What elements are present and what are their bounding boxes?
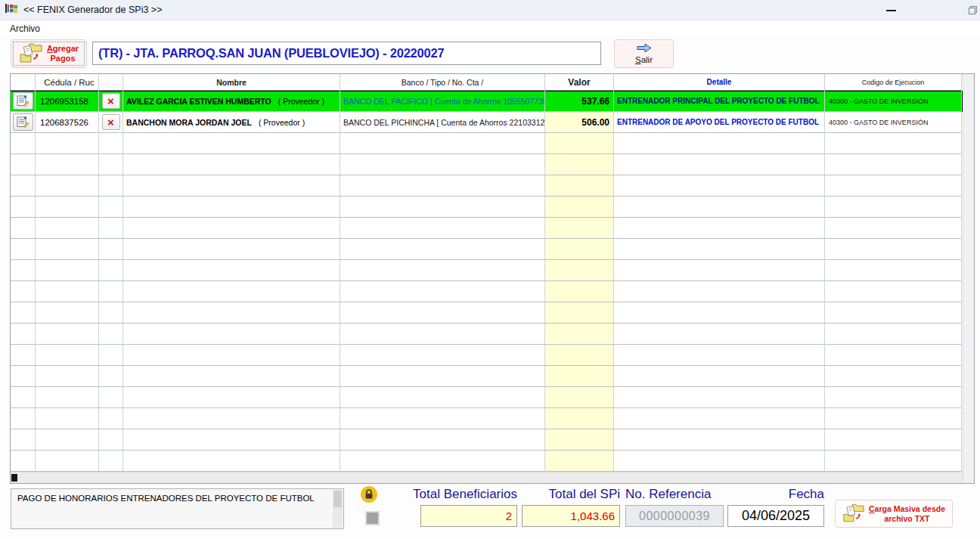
cell-valor — [545, 324, 614, 345]
fecha-field[interactable]: 04/06/2025 — [727, 505, 824, 527]
cell-edit — [11, 281, 36, 302]
salir-button[interactable]: Salir — [614, 39, 674, 68]
cell-valor — [545, 175, 614, 197]
total-beneficiarios-field: 2 — [420, 505, 517, 527]
cell-detalle — [614, 197, 825, 218]
observaciones-scroll-thumb[interactable] — [333, 491, 342, 507]
table-row — [11, 133, 963, 154]
cell-valor — [545, 260, 614, 281]
carga-line1: Carga Masiva desde — [869, 504, 945, 514]
total-beneficiarios-label: Total Beneficiarios — [378, 487, 517, 502]
cell-delete — [99, 133, 123, 154]
gray-square-button[interactable] — [365, 511, 380, 525]
agregar-pagos-button[interactable]: Agregar Pagos — [11, 39, 87, 68]
cell-delete — [99, 345, 123, 366]
cell-banco — [340, 197, 545, 218]
cell-valor — [545, 133, 614, 154]
cell-cedula: 1206837526 — [36, 112, 99, 133]
cell-cedula — [36, 366, 99, 387]
cell-valor — [545, 387, 614, 408]
cell-edit — [11, 260, 36, 281]
table-row — [11, 175, 963, 197]
delete-row-button[interactable]: × — [102, 93, 120, 109]
table-row — [11, 302, 963, 324]
carga-masiva-label: Carga Masiva desde archivo TXT — [869, 504, 945, 523]
delete-row-button[interactable]: × — [102, 114, 120, 130]
table-row — [11, 366, 963, 387]
entity-title-field[interactable]: (TR) - JTA. PARROQ.SAN JUAN (PUEBLOVIEJO… — [92, 42, 601, 65]
cell-codigo — [825, 281, 962, 302]
cell-nombre — [123, 260, 340, 281]
observaciones-textarea[interactable]: PAGO DE HONORARIOS ENTRENADORES DEL PROY… — [11, 488, 344, 529]
cell-cedula — [36, 451, 99, 472]
cell-banco — [340, 175, 545, 197]
fecha-value: 04/06/2025 — [742, 508, 810, 524]
cell-delete — [99, 451, 123, 472]
header-banco: Banco / Tipo / No. Cta / — [340, 74, 545, 91]
observaciones-text: PAGO DE HONORARIOS ENTRENADORES DEL PROY… — [17, 494, 315, 503]
cell-edit — [11, 154, 36, 175]
cell-delete — [99, 260, 123, 281]
cell-detalle — [614, 324, 825, 345]
menu-archivo[interactable]: Archivo — [7, 23, 43, 35]
observaciones-scrollbar[interactable] — [333, 490, 343, 528]
carga-line2: archivo TXT — [869, 514, 945, 524]
cell-cedula — [36, 133, 99, 154]
cell-codigo — [825, 324, 962, 345]
grid-horizontal-scrollbar[interactable] — [11, 472, 963, 483]
header-detalle: Detalle — [614, 74, 825, 91]
cell-nombre — [123, 366, 340, 387]
cell-detalle — [614, 451, 825, 472]
no-referencia-value: 0000000039 — [639, 510, 710, 523]
cell-detalle — [614, 239, 825, 260]
table-row[interactable]: 1206837526×BANCHON MORA JORDAN JOEL( Pro… — [11, 112, 963, 133]
cell-cedula — [36, 324, 99, 345]
edit-row-button[interactable] — [13, 92, 33, 110]
cell-nombre — [123, 302, 340, 324]
cell-valor: 537.66 — [545, 91, 614, 112]
cell-cedula — [36, 302, 99, 324]
cell-codigo — [825, 345, 962, 366]
lock-icon[interactable] — [361, 486, 377, 503]
cell-nombre — [123, 218, 340, 239]
cell-cedula — [36, 281, 99, 302]
cell-valor — [545, 239, 614, 260]
cell-delete — [99, 302, 123, 324]
cell-valor: 506.00 — [545, 112, 614, 133]
cell-detalle — [614, 429, 825, 451]
grid-hscroll-thumb[interactable] — [11, 474, 17, 482]
cell-detalle — [614, 133, 825, 154]
nombre-text: BANCHON MORA JORDAN JOEL — [126, 118, 252, 127]
cell-delete — [99, 366, 123, 387]
total-spi-label: Total del SPi — [499, 487, 620, 502]
carga-masiva-button[interactable]: Carga Masiva desde archivo TXT — [835, 500, 953, 528]
restore-button[interactable] — [967, 5, 978, 19]
grid-vertical-scrollbar[interactable] — [963, 74, 974, 483]
cell-delete — [99, 197, 123, 218]
nombre-text: AVILEZ GARCIA ESTIVEN HUMBERTO — [126, 97, 271, 106]
cell-detalle — [614, 175, 825, 197]
cell-detalle — [614, 387, 825, 408]
edit-row-button[interactable] — [13, 113, 33, 131]
header-nombre: Nombre — [123, 74, 340, 91]
table-row — [11, 239, 963, 260]
cell-edit — [11, 218, 36, 239]
cell-edit — [11, 302, 36, 324]
entity-title-text: (TR) - JTA. PARROQ.SAN JUAN (PUEBLOVIEJO… — [98, 46, 445, 60]
cell-edit — [11, 197, 36, 218]
minimize-button[interactable] — [886, 10, 896, 11]
tipo-text: ( Proveedor ) — [278, 97, 324, 106]
total-spi-field: 1,043.66 — [522, 505, 620, 527]
payments-grid: Cédula / Ruc Nombre Banco / Tipo / No. C… — [10, 73, 975, 484]
cell-delete — [99, 175, 123, 197]
cell-edit — [11, 133, 36, 154]
cell-cedula — [36, 260, 99, 281]
tipo-text: ( Proveedor ) — [259, 118, 305, 127]
cell-delete — [99, 154, 123, 175]
cell-edit — [11, 366, 36, 387]
cell-codigo — [825, 366, 962, 387]
table-row[interactable]: 1206953158×AVILEZ GARCIA ESTIVEN HUMBERT… — [11, 91, 963, 112]
header-row-button-col — [11, 74, 36, 91]
no-referencia-field: 0000000039 — [625, 505, 724, 527]
cell-edit — [11, 451, 36, 472]
